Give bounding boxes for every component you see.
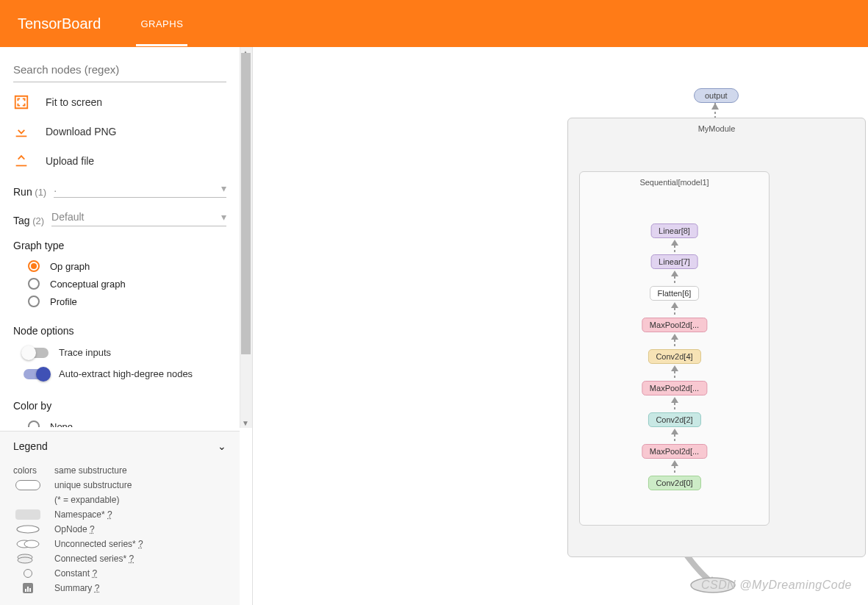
app-header: TensorBoard GRAPHS: [0, 0, 868, 47]
legend-toggle[interactable]: Legend ⌄: [0, 432, 240, 461]
fit-to-screen-label: Fit to screen: [46, 96, 102, 108]
watermark: CSDN @MyDreamingCode: [701, 579, 852, 592]
radio-conceptual-label: Conceptual graph: [50, 279, 126, 290]
dropdown-icon: ▾: [221, 211, 226, 223]
legend-pill-icon: [13, 480, 43, 490]
legend-title: Legend: [13, 440, 48, 452]
legend-unique-sub: unique substructure: [54, 480, 132, 490]
sequential-box[interactable]: Sequential[model1] Linear[8] Linear[7] F…: [579, 171, 770, 526]
legend-unconnected-icon: [13, 539, 43, 549]
auto-extract-label: Auto-extract high-degree nodes: [59, 368, 193, 379]
legend-same-sub: same substructure: [54, 465, 127, 476]
node-maxpool3[interactable]: MaxPool2d[...: [642, 381, 707, 395]
node-flatten6[interactable]: Flatten[6]: [650, 286, 700, 301]
node-linear7[interactable]: Linear[7]: [650, 254, 698, 269]
legend-unconnected: Unconnected series*: [54, 539, 138, 549]
sidebar: Fit to screen Download PNG Upload file R…: [0, 47, 253, 605]
run-value: .: [54, 182, 57, 194]
tag-count: (2): [32, 215, 44, 226]
legend-colors-label: colors: [13, 465, 54, 476]
legend-connected-icon: [13, 554, 43, 564]
svg-point-2: [24, 540, 39, 548]
node-output[interactable]: output: [694, 88, 739, 103]
radio-op-label: Op graph: [50, 261, 90, 272]
upload-file-button[interactable]: Upload file: [13, 153, 226, 169]
upload-icon: [13, 153, 29, 169]
graph-canvas[interactable]: output MyModule Sequential[model1] Linea…: [253, 47, 868, 605]
node-linear8[interactable]: Linear[8]: [650, 223, 698, 238]
module-box[interactable]: MyModule Sequential[model1] Linear[8] Li…: [567, 118, 866, 557]
legend-constant: Constant: [54, 568, 92, 579]
toggle-trace-inputs[interactable]: [24, 348, 49, 358]
svg-point-0: [17, 526, 39, 533]
radio-profile[interactable]: Profile: [28, 296, 226, 307]
scroll-down-icon[interactable]: ▼: [242, 419, 249, 426]
radio-conceptual-graph[interactable]: Conceptual graph: [28, 278, 226, 290]
color-by-title: Color by: [13, 400, 226, 412]
graph-type-title: Graph type: [13, 240, 226, 251]
dropdown-icon: ▾: [221, 182, 226, 194]
legend-namespace-icon: [13, 509, 43, 520]
node-options-title: Node options: [13, 325, 226, 337]
tag-select[interactable]: Default ▾: [51, 211, 226, 226]
sidebar-scrollbar[interactable]: ▲ ▼: [240, 47, 252, 428]
module-label: MyModule: [568, 124, 865, 133]
scrollbar-thumb[interactable]: [241, 53, 251, 354]
node-conv4[interactable]: Conv2d[4]: [648, 349, 700, 364]
node-conv2[interactable]: Conv2d[2]: [648, 412, 700, 427]
sequential-label: Sequential[model1]: [580, 178, 769, 187]
svg-point-4: [18, 557, 32, 563]
download-icon: [13, 123, 29, 140]
radio-icon: [28, 260, 40, 272]
search-input[interactable]: [13, 60, 226, 82]
radio-none-label: None: [50, 421, 73, 428]
fit-screen-icon: [13, 94, 29, 110]
radio-icon: [28, 420, 40, 427]
legend-opnode-icon: [13, 524, 43, 534]
tab-graphs[interactable]: GRAPHS: [136, 18, 187, 46]
legend-opnode: OpNode: [54, 524, 90, 534]
download-png-label: Download PNG: [46, 126, 117, 137]
tag-value: Default: [51, 211, 84, 223]
radio-icon: [28, 278, 40, 290]
legend-summary-icon: [13, 583, 43, 593]
download-png-button[interactable]: Download PNG: [13, 123, 226, 140]
legend-constant-icon: [13, 569, 43, 578]
chevron-down-icon: ⌄: [218, 440, 226, 452]
svg-marker-5: [711, 103, 719, 110]
legend-panel: Legend ⌄ colors same substructure unique…: [0, 431, 240, 605]
radio-icon: [28, 296, 40, 307]
fit-to-screen-button[interactable]: Fit to screen: [13, 94, 226, 110]
radio-op-graph[interactable]: Op graph: [28, 260, 226, 272]
app-logo: TensorBoard: [18, 15, 101, 32]
run-count: (1): [35, 187, 46, 198]
legend-namespace: Namespace*: [54, 509, 107, 520]
node-maxpool5[interactable]: MaxPool2d[...: [642, 318, 707, 332]
legend-summary: Summary: [54, 583, 95, 593]
tag-label: Tag: [13, 215, 30, 226]
node-maxpool1[interactable]: MaxPool2d[...: [642, 444, 707, 459]
run-label: Run: [13, 186, 32, 198]
node-conv0[interactable]: Conv2d[0]: [648, 476, 700, 490]
run-select[interactable]: . ▾: [54, 182, 226, 198]
radio-color-none[interactable]: None: [28, 420, 226, 427]
trace-inputs-label: Trace inputs: [59, 347, 111, 358]
legend-connected: Connected series*: [54, 554, 129, 564]
upload-file-label: Upload file: [46, 155, 94, 167]
legend-expandable-note: (* = expandable): [54, 495, 119, 505]
radio-profile-label: Profile: [50, 296, 77, 307]
toggle-auto-extract[interactable]: [24, 369, 49, 379]
